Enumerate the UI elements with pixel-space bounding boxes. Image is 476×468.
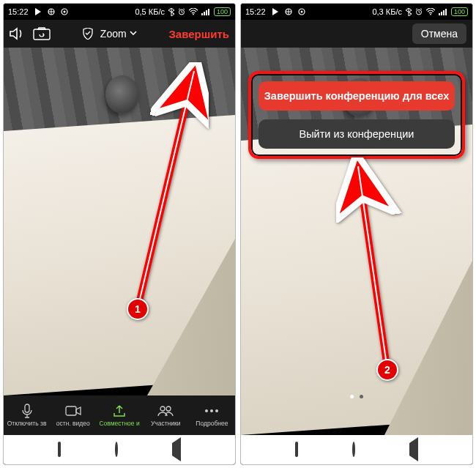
- phone-screenshot-1: 15:22 0,5 КБ/с: [3, 3, 236, 465]
- svg-point-11: [210, 409, 213, 412]
- participants-button[interactable]: Участники: [143, 395, 189, 435]
- end-for-all-button[interactable]: Завершить конференцию для всех: [259, 81, 455, 111]
- nav-back-button[interactable]: [409, 443, 418, 456]
- camera-icon: [65, 404, 81, 418]
- phone-screenshot-2: 15:22 0,3 КБ/с 100 Отмена За: [240, 3, 473, 465]
- svg-point-8: [160, 406, 165, 411]
- android-nav-bar: [4, 435, 235, 464]
- status-time: 15:22: [8, 7, 29, 16]
- svg-rect-7: [66, 406, 76, 415]
- status-icon-chrome: [61, 8, 68, 15]
- nav-home-button[interactable]: [115, 443, 118, 456]
- svg-point-4: [193, 14, 194, 15]
- svg-rect-6: [25, 404, 29, 412]
- status-icon-play: [272, 8, 279, 15]
- microphone-icon: [21, 404, 33, 418]
- nav-home-button[interactable]: [352, 443, 355, 456]
- stop-video-button[interactable]: остн. видео: [50, 395, 96, 435]
- zoom-title-dropdown[interactable]: Zoom: [100, 28, 137, 40]
- bluetooth-icon: [406, 8, 412, 16]
- status-icon-browser: [285, 8, 292, 15]
- signal-icon: [439, 8, 447, 15]
- status-time: 15:22: [245, 7, 266, 16]
- alarm-icon: [178, 8, 185, 15]
- svg-point-17: [430, 14, 431, 15]
- status-data-rate: 0,3 КБ/с: [372, 7, 402, 16]
- android-status-bar: 15:22 0,5 КБ/с: [4, 4, 235, 20]
- page-indicator: [241, 395, 472, 398]
- share-button[interactable]: Совместное и: [96, 395, 142, 435]
- status-icon-browser: [48, 8, 55, 15]
- more-icon: [204, 404, 219, 418]
- chevron-down-icon: [130, 31, 137, 37]
- status-icon-play: [34, 8, 42, 15]
- nav-back-button[interactable]: [172, 443, 181, 456]
- svg-point-9: [166, 406, 171, 411]
- zoom-top-bar: Zoom Завершить: [4, 20, 235, 48]
- status-icon-chrome: [298, 8, 305, 15]
- svg-point-10: [205, 409, 208, 412]
- more-label: Подробнее: [196, 420, 228, 427]
- android-status-bar: 15:22 0,3 КБ/с 100: [241, 4, 472, 20]
- svg-point-15: [300, 11, 302, 13]
- battery-indicator: 100: [214, 7, 231, 16]
- page-dot-active: [350, 395, 354, 398]
- stop-video-label: остн. видео: [56, 420, 90, 427]
- android-nav-bar: [241, 435, 472, 464]
- nav-recent-button[interactable]: [58, 443, 61, 456]
- participants-label: Участники: [151, 420, 181, 427]
- participants-icon: [157, 404, 174, 418]
- more-button[interactable]: Подробнее: [189, 395, 235, 435]
- nav-recent-button[interactable]: [295, 443, 298, 456]
- battery-indicator: 100: [451, 7, 468, 16]
- mute-button[interactable]: Отключить зв: [4, 395, 50, 435]
- svg-rect-5: [34, 29, 50, 40]
- signal-icon: [201, 8, 210, 15]
- video-feed: Завершить конференцию для всех Выйти из …: [241, 48, 472, 435]
- svg-point-2: [63, 11, 65, 13]
- wifi-icon: [426, 8, 435, 15]
- mute-label: Отключить зв: [7, 420, 47, 427]
- svg-point-12: [215, 409, 218, 412]
- speaker-icon[interactable]: [10, 27, 26, 40]
- share-label: Совместное и: [99, 420, 139, 427]
- alarm-icon: [415, 8, 423, 15]
- shield-icon[interactable]: [83, 28, 93, 40]
- status-data-rate: 0,5 КБ/с: [135, 7, 165, 16]
- end-meeting-dialog: Завершить конференцию для всех Выйти из …: [248, 71, 465, 159]
- page-dot: [360, 395, 363, 398]
- cancel-button[interactable]: Отмена: [412, 23, 466, 44]
- ceiling-fixture: [105, 75, 139, 114]
- video-feed: 1: [4, 48, 235, 395]
- end-meeting-button[interactable]: Завершить: [168, 28, 229, 40]
- bluetooth-icon: [168, 8, 174, 16]
- zoom-title-label: Zoom: [100, 28, 127, 40]
- zoom-top-bar: Отмена: [241, 20, 472, 48]
- switch-camera-icon[interactable]: [33, 27, 51, 40]
- leave-meeting-button[interactable]: Выйти из конференции: [259, 119, 455, 149]
- share-icon: [113, 404, 126, 418]
- zoom-bottom-toolbar: Отключить зв остн. видео Совместное и Уч…: [4, 395, 235, 435]
- wifi-icon: [189, 8, 198, 15]
